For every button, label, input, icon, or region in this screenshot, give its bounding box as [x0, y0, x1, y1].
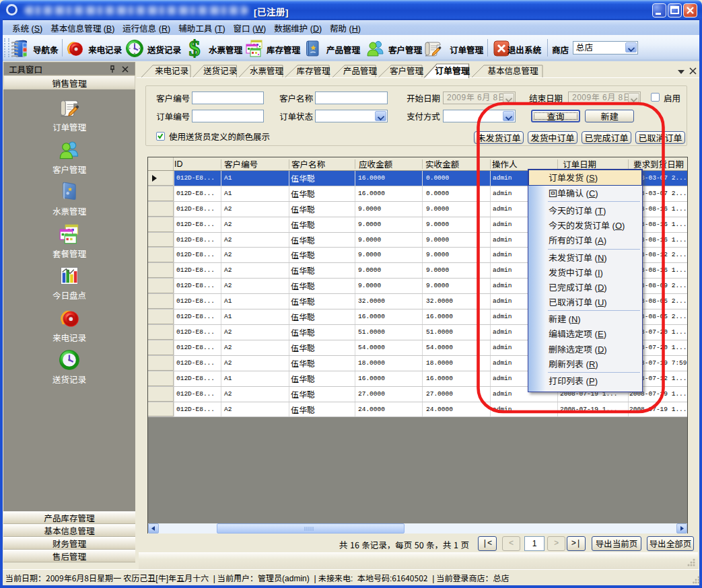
- svg-text:库存管理: 库存管理: [296, 64, 330, 77]
- svg-text:$: $: [189, 39, 201, 58]
- svg-text:客户管理: 客户管理: [390, 64, 424, 77]
- svg-text:水票管理: 水票管理: [250, 64, 284, 77]
- svg-text:订单管理: 订单管理: [435, 64, 470, 77]
- svg-text:基本信息管理: 基本信息管理: [487, 64, 538, 77]
- svg-text:产品管理: 产品管理: [343, 64, 378, 77]
- svg-text:来电记录: 来电记录: [155, 64, 189, 77]
- svg-text:送货记录: 送货记录: [203, 64, 238, 77]
